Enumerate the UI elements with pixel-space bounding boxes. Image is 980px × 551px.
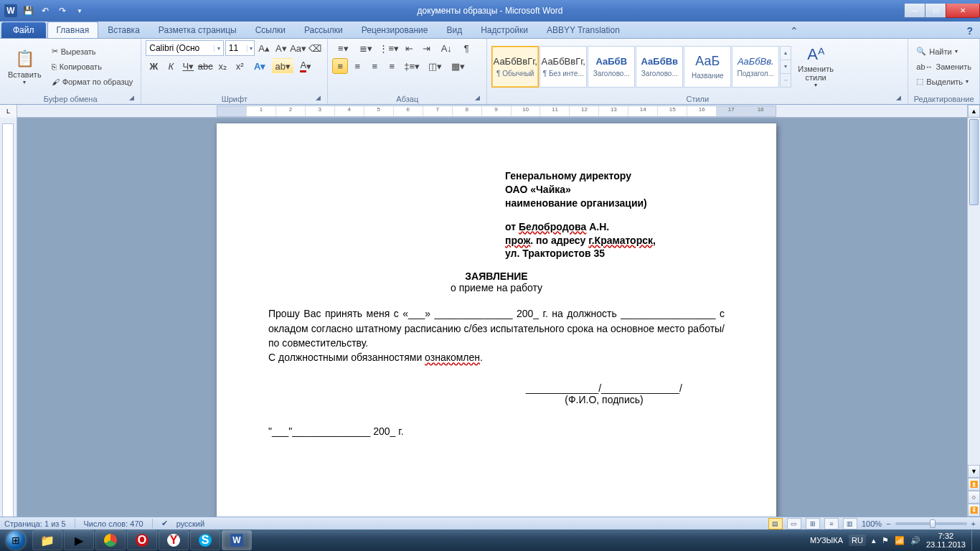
redo-button[interactable]: ↷ [55,3,70,19]
taskbar-opera[interactable]: O [127,530,157,550]
style-subtitle[interactable]: АаБбВв.Подзагол... [732,46,779,88]
bullets-button[interactable]: ≡▾ [332,40,354,56]
prev-page-button[interactable]: ⏫ [968,478,980,491]
shading-button[interactable]: ◫▾ [424,58,446,74]
decrease-indent-button[interactable]: ⇤ [401,40,417,56]
align-justify-button[interactable]: ≡ [384,58,400,74]
vertical-scrollbar[interactable]: ▲ ▼ ⏫ ○ ⏬ [967,105,980,517]
change-styles-button[interactable]: Aᴬ Изменить стили ▾ [794,43,837,90]
taskbar-explorer[interactable]: 📁 [32,530,62,550]
proofing-icon[interactable]: ✔ [161,519,168,528]
maximize-button[interactable]: ▭ [925,4,946,18]
taskbar-yandex[interactable]: Y [159,530,189,550]
styles-launcher[interactable]: ◢ [893,93,903,103]
tab-mailings[interactable]: Рассылки [295,22,352,38]
tab-home[interactable]: Главная [47,22,99,38]
font-size-combo[interactable]: ▾ [225,40,255,56]
paragraph-launcher[interactable]: ◢ [472,93,482,103]
style-heading1[interactable]: АаБбВЗаголово... [588,46,635,88]
style-gallery-scroll[interactable]: ▴▾⎓ [780,46,791,88]
show-desktop-button[interactable] [971,530,977,550]
zoom-level[interactable]: 100% [862,519,882,528]
view-full-screen[interactable]: ▭ [787,518,801,529]
taskbar-chrome[interactable] [95,530,126,550]
shrink-font-button[interactable]: A▾ [273,40,289,56]
status-page[interactable]: Страница: 1 из 5 [4,519,66,528]
line-spacing-button[interactable]: ‡≡▾ [401,58,423,74]
document-page[interactable]: Генеральному директору ОАО «Чайка» наиме… [217,123,776,517]
style-heading2[interactable]: АаБбВвЗаголово... [636,46,683,88]
next-page-button[interactable]: ⏬ [968,504,980,517]
browse-object-button[interactable]: ○ [968,491,980,504]
qat-customize[interactable]: ▼ [72,3,88,19]
font-color-button[interactable]: A▾ [295,58,316,74]
copy-button[interactable]: ⎘Копировать [48,60,137,74]
clipboard-launcher[interactable]: ◢ [126,93,136,103]
scroll-up-button[interactable]: ▲ [968,105,980,118]
tray-network-icon[interactable]: 📶 [895,536,905,545]
subscript-button[interactable]: x₂ [215,58,230,74]
file-tab[interactable]: Файл [1,22,46,38]
close-button[interactable]: ✕ [946,4,980,18]
grow-font-button[interactable]: A▴ [256,40,272,56]
tab-abbyy[interactable]: ABBYY Translation [537,22,629,38]
tab-addins[interactable]: Надстройки [471,22,537,38]
sort-button[interactable]: A↓ [435,40,457,56]
text-effects-button[interactable]: A▾ [249,58,270,74]
style-gallery[interactable]: АаБбВвГг,¶ Обычный АаБбВвГг,¶ Без инте..… [491,43,791,90]
select-button[interactable]: ⬚Выделить▾ [913,75,975,89]
zoom-in-button[interactable]: + [971,519,976,528]
tray-volume-icon[interactable]: 🔊 [910,536,920,545]
zoom-slider[interactable] [895,522,967,525]
increase-indent-button[interactable]: ⇥ [418,40,434,56]
font-launcher[interactable]: ◢ [313,93,323,103]
bold-button[interactable]: Ж [146,58,161,74]
multilevel-button[interactable]: ⋮≡▾ [378,40,400,56]
font-family-input[interactable] [146,43,214,53]
style-title[interactable]: АаБНазвание [684,46,731,88]
italic-button[interactable]: К [163,58,179,74]
style-normal[interactable]: АаБбВвГг,¶ Обычный [491,46,539,88]
tab-references[interactable]: Ссылки [246,22,295,38]
app-icon[interactable]: W [3,3,19,19]
taskbar-word[interactable]: W [222,530,252,550]
paste-button[interactable]: 📋 Вставить ▾ [4,43,45,90]
ribbon-minimize[interactable]: ⌃ [783,24,806,38]
align-right-button[interactable]: ≡ [367,58,382,74]
vertical-ruler[interactable] [2,123,14,517]
undo-button[interactable]: ↶ [37,3,53,19]
zoom-thumb[interactable] [930,519,936,528]
tray-language[interactable]: RU [849,534,866,546]
superscript-button[interactable]: x² [232,58,248,74]
tab-insert[interactable]: Вставка [98,22,149,38]
borders-button[interactable]: ▦▾ [447,58,468,74]
help-button[interactable]: ? [959,24,980,38]
cut-button[interactable]: ✂Вырезать [48,44,137,59]
status-language[interactable]: русский [176,519,204,528]
tray-overflow[interactable]: ▴ [872,536,876,545]
start-button[interactable]: ⊞ [0,529,32,551]
replace-button[interactable]: ab↔Заменить [913,60,975,74]
tray-media-label[interactable]: МУЗЫКА [810,536,843,545]
find-button[interactable]: 🔍Найти▾ [913,44,975,59]
horizontal-ruler[interactable]: 123456789101112131415161718 [217,105,776,117]
font-size-input[interactable] [226,43,248,53]
tray-flag-icon[interactable]: ⚑ [882,536,889,545]
view-print-layout[interactable]: ▤ [768,518,783,529]
tray-clock[interactable]: 7:32 23.11.2013 [926,532,966,549]
view-draft[interactable]: ▥ [843,518,857,529]
tab-review[interactable]: Рецензирование [352,22,438,38]
align-left-button[interactable]: ≡ [332,58,348,74]
taskbar-media-player[interactable]: ▶ [64,530,94,550]
highlight-button[interactable]: ab▾ [272,58,293,74]
scroll-track[interactable] [968,118,980,465]
tab-selector[interactable]: L [0,105,17,118]
change-case-button[interactable]: Aa▾ [291,40,306,56]
tab-view[interactable]: Вид [437,22,471,38]
numbering-button[interactable]: ≣▾ [355,40,377,56]
view-web-layout[interactable]: ⊞ [806,518,820,529]
clear-formatting-button[interactable]: ⌫ [308,40,324,56]
tab-page-layout[interactable]: Разметка страницы [149,22,246,38]
font-family-combo[interactable]: ▾ [146,40,223,56]
taskbar-skype[interactable]: S [190,530,220,550]
